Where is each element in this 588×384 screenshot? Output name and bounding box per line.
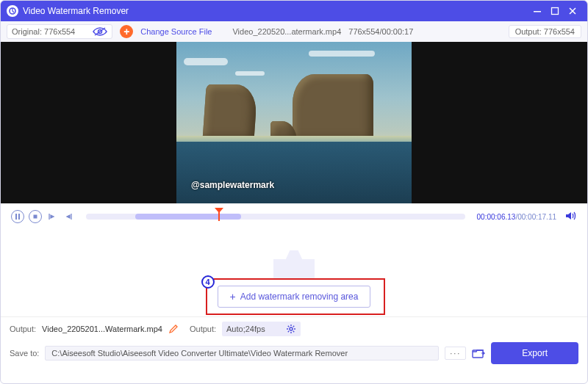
export-button[interactable]: Export <box>491 342 578 364</box>
sample-watermark-text: @samplewatermark <box>191 180 274 190</box>
playback-controls: 00:00:06.13/00:00:17.11 <box>1 203 587 230</box>
app-title: Video Watermark Remover <box>23 6 528 16</box>
app-logo-icon <box>7 5 18 17</box>
browse-button[interactable]: ··· <box>445 347 466 360</box>
add-file-icon[interactable]: + <box>120 25 133 38</box>
save-to-label: Save to: <box>10 349 39 358</box>
titlebar: Video Watermark Remover <box>1 1 587 21</box>
svg-rect-4 <box>15 214 17 220</box>
svg-rect-2 <box>552 8 559 15</box>
output-format-select[interactable]: Auto;24fps <box>222 322 301 336</box>
open-folder-icon[interactable] <box>472 348 485 358</box>
toolbar: Original: 776x554 + Change Source File V… <box>1 21 587 42</box>
minimize-button[interactable] <box>528 2 546 20</box>
source-info: 776x554/00:00:17 <box>348 27 413 36</box>
output-filename: Video_2205201...Watermark.mp4 <box>42 325 162 333</box>
original-dimensions-box: Original: 776x554 <box>7 24 112 39</box>
output-dimensions-box: Output: 776x554 <box>509 25 581 38</box>
close-button[interactable] <box>564 2 581 20</box>
trim-end-button[interactable] <box>62 211 74 222</box>
source-filename: Video_220520...atermark.mp4 <box>232 27 341 36</box>
video-frame: @samplewatermark <box>176 42 412 203</box>
svg-point-7 <box>290 327 293 330</box>
volume-icon[interactable] <box>565 211 577 222</box>
save-path-field[interactable]: C:\Aiseesoft Studio\Aiseesoft Video Conv… <box>45 346 439 361</box>
inbox-icon <box>273 250 315 280</box>
svg-rect-1 <box>534 11 541 12</box>
maximize-button[interactable] <box>546 2 564 20</box>
stop-button[interactable] <box>29 210 42 223</box>
plus-icon: + <box>230 291 236 303</box>
pause-button[interactable] <box>11 210 24 223</box>
gear-icon[interactable] <box>286 324 296 334</box>
edit-filename-icon[interactable] <box>168 325 178 334</box>
svg-rect-5 <box>18 214 20 220</box>
output-file-label: Output: <box>10 325 36 333</box>
svg-rect-6 <box>34 215 37 219</box>
bottom-panel: Output: Video_2205201...Watermark.mp4 Ou… <box>1 316 587 372</box>
video-preview[interactable]: @samplewatermark <box>1 42 587 203</box>
seek-track[interactable] <box>86 214 465 220</box>
trim-start-button[interactable] <box>46 211 58 222</box>
output-format-label: Output: <box>190 325 216 333</box>
change-source-link[interactable]: Change Source File <box>140 27 212 36</box>
watermark-area-dropzone: 4 + Add watermark removing area <box>1 230 587 316</box>
preview-toggle-icon[interactable] <box>93 26 107 37</box>
annotation-step-badge: 4 <box>201 275 215 289</box>
playhead-icon[interactable] <box>215 209 223 222</box>
add-watermark-area-button[interactable]: + Add watermark removing area <box>218 286 371 308</box>
time-display: 00:00:06.13/00:00:17.11 <box>477 213 556 221</box>
